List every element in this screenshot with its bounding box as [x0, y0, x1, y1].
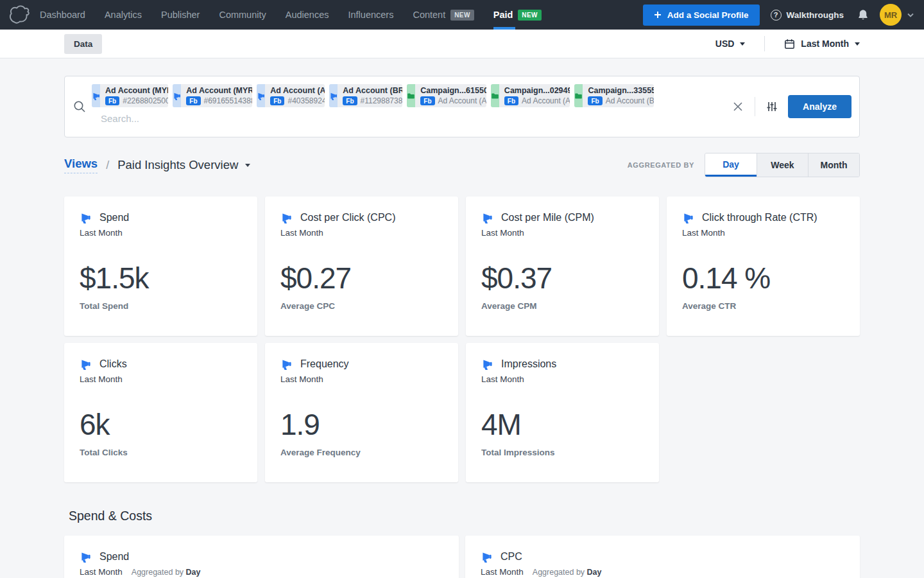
metric-title: Frequency	[300, 358, 349, 370]
metric-title: Cost per Mile (CPM)	[501, 212, 594, 223]
aggregation-area: AGGREGATED BY Day Week Month	[628, 153, 860, 177]
chip-body: Campaign...029492845 Fb Ad Account (AUD)	[499, 84, 570, 107]
close-icon	[732, 101, 744, 112]
metric-label: Total Spend	[80, 301, 242, 311]
chip-icon-box	[491, 84, 499, 107]
aggregation-tab[interactable]: Day	[705, 153, 757, 177]
chip-subtitle: Fb #403589249	[270, 96, 325, 105]
user-avatar[interactable]: MR	[880, 4, 902, 26]
search-icon	[73, 100, 86, 113]
filter-sliders-icon	[766, 101, 778, 112]
chip-icon-box	[92, 84, 100, 107]
chip-title: Campaign...335557899	[588, 86, 654, 95]
metric-period: Last Month	[80, 374, 242, 384]
nav-item[interactable]: Content NEW	[413, 0, 474, 30]
chip-subtext: #691655143885437	[204, 96, 253, 105]
filters-button[interactable]	[766, 101, 778, 112]
selected-profiles: Ad Account (MYR) Fb #22688025000557 Ad A…	[92, 84, 654, 107]
current-view-dropdown[interactable]: Paid Insights Overview	[117, 158, 250, 172]
facebook-badge: Fb	[420, 96, 434, 105]
chart-title: CPC	[501, 551, 522, 563]
nav-item[interactable]: Analytics	[105, 0, 142, 30]
clear-selection-button[interactable]	[732, 101, 744, 112]
chip-subtext: Ad Account (AUD)	[438, 96, 486, 105]
folder-icon	[491, 92, 499, 100]
add-social-profile-button[interactable]: Add a Social Profile	[643, 4, 760, 26]
aggregated-by-text: Aggregated by	[533, 568, 585, 577]
selected-profile-chip[interactable]: Ad Account (MYR) Fb #22688025000557	[92, 84, 168, 107]
aggregated-by-control[interactable]: Aggregated by Day	[132, 568, 201, 578]
megaphone-icon	[329, 92, 338, 100]
aggregation-tab-label: Week	[771, 160, 794, 170]
selected-profile-chip[interactable]: Campaign...615500498 Fb Ad Account (AUD)	[407, 84, 486, 107]
app-logo[interactable]	[0, 4, 40, 25]
nav-item[interactable]: Dashboard	[40, 0, 85, 30]
selected-profile-chip[interactable]: Ad Account (AUD) Fb #403589249	[257, 84, 325, 107]
facebook-badge: Fb	[588, 96, 602, 105]
megaphone-icon	[257, 92, 265, 100]
chip-subtitle: Fb Ad Account (AUD)	[504, 96, 570, 105]
aggregated-by-control[interactable]: Aggregated by Day	[533, 568, 602, 578]
metric-label: Average CPM	[481, 301, 644, 311]
toolbar-divider	[764, 36, 765, 51]
chart-card-header: Spend	[80, 551, 443, 563]
nav-right: Add a Social Profile ? Walkthroughs MR	[643, 4, 914, 26]
metric-title: Spend	[99, 212, 129, 223]
account-menu-chevron-down-icon[interactable]	[907, 13, 914, 17]
nav-item[interactable]: Publisher	[161, 0, 200, 30]
search-input[interactable]	[101, 113, 319, 124]
metric-card: Spend Last Month $1.5k Total Spend	[64, 197, 257, 336]
metric-value: 0.14 %	[682, 261, 844, 295]
notifications-bell-icon[interactable]	[857, 9, 869, 21]
metric-label: Average Frequency	[280, 448, 443, 457]
chip-subtitle: Fb Ad Account (BRL)	[588, 96, 654, 105]
chip-body: Ad Account (MYR) Fb #691655143885437	[181, 84, 252, 107]
selected-profile-chip[interactable]: Ad Account (BRL) Fb #1129887384649	[329, 84, 402, 107]
metric-card: Cost per Click (CPC) Last Month $0.27 Av…	[265, 197, 458, 336]
spend-costs-cards: Spend Last Month Aggregated by Day CPC L…	[64, 536, 860, 578]
current-view-label: Paid Insights Overview	[117, 158, 238, 172]
nav-item[interactable]: Influencers	[348, 0, 393, 30]
selected-profile-chip[interactable]: Ad Account (MYR) Fb #691655143885437	[173, 84, 252, 107]
nav-item-label: Audiences	[286, 10, 329, 20]
date-range-value: Last Month	[801, 39, 849, 49]
new-badge: NEW	[518, 10, 542, 21]
new-badge: NEW	[450, 10, 474, 21]
chip-subtext: #403589249	[287, 96, 325, 105]
nav-item[interactable]: Paid NEW	[493, 0, 542, 30]
chevron-down-icon	[245, 164, 250, 167]
metric-value: 1.9	[280, 407, 443, 442]
chip-title: Campaign...029492845	[504, 86, 570, 95]
selected-profile-chip[interactable]: Campaign...029492845 Fb Ad Account (AUD)	[491, 84, 570, 107]
chip-body: Campaign...615500498 Fb Ad Account (AUD)	[415, 84, 486, 107]
aggregation-tab[interactable]: Month	[808, 153, 859, 177]
metric-period: Last Month	[481, 374, 644, 384]
metric-card-header: Click through Rate (CTR)	[682, 212, 844, 223]
nav-item[interactable]: Community	[219, 0, 266, 30]
walkthroughs-button[interactable]: ? Walkthroughs	[771, 10, 844, 21]
tab-data[interactable]: Data	[64, 34, 102, 54]
chip-icon-box	[407, 84, 415, 107]
metric-card: Frequency Last Month 1.9 Average Frequen…	[265, 343, 458, 482]
date-range-dropdown[interactable]: Last Month	[784, 39, 860, 49]
nav-item[interactable]: Audiences	[286, 0, 329, 30]
analyze-button[interactable]: Analyze	[788, 95, 851, 118]
selected-profile-chip[interactable]: Campaign...335557899 Fb Ad Account (BRL)	[574, 84, 654, 107]
megaphone-icon	[80, 358, 91, 370]
chip-subtext: Ad Account (AUD)	[522, 96, 570, 105]
metric-card-header: Impressions	[481, 358, 644, 370]
chart-period: Last Month	[80, 567, 123, 577]
megaphone-icon	[92, 92, 100, 100]
megaphone-icon	[280, 358, 292, 370]
aggregation-tab[interactable]: Week	[757, 153, 808, 177]
chip-body: Ad Account (MYR) Fb #22688025000557	[100, 84, 168, 107]
metric-label: Total Clicks	[80, 448, 242, 457]
nav-item-label: Publisher	[161, 10, 200, 20]
currency-dropdown[interactable]: USD	[715, 39, 746, 49]
aggregation-tabs: Day Week Month	[705, 153, 860, 177]
toolbar-right: USD Last Month	[715, 36, 860, 51]
chart-period: Last Month	[481, 567, 524, 577]
nav-item-label: Dashboard	[40, 10, 85, 20]
breadcrumb-views-link[interactable]: Views	[64, 157, 98, 173]
megaphone-icon	[80, 551, 91, 563]
